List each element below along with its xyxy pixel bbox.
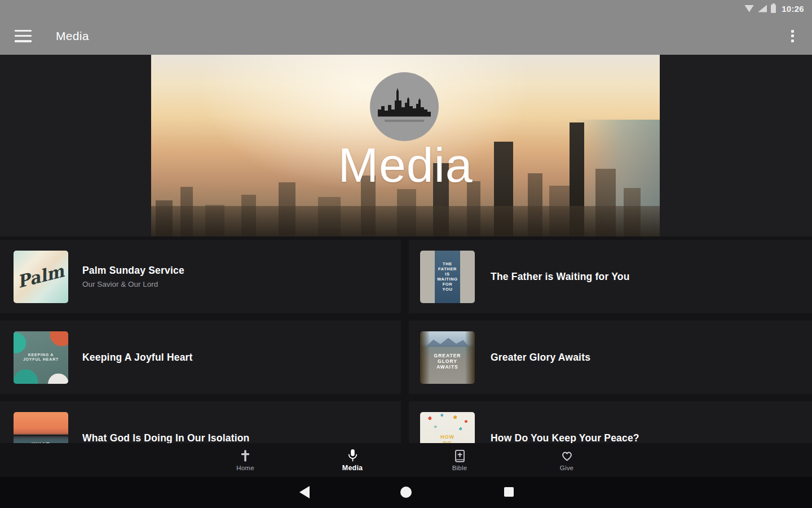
- nav-tab-bible[interactable]: Bible: [406, 443, 513, 477]
- heart-icon: [561, 449, 573, 463]
- wifi-icon: [744, 5, 754, 12]
- status-bar: 10:26: [0, 0, 812, 17]
- media-title: Palm Sunday Service: [82, 265, 184, 277]
- menu-icon[interactable]: [15, 30, 32, 42]
- overflow-menu-icon[interactable]: [786, 29, 798, 43]
- cross-icon: [240, 449, 251, 463]
- media-thumbnail: GREATER GLORY AWAITS: [420, 331, 475, 384]
- media-thumbnail: THE FATHER IS WAITING FOR YOU: [420, 251, 475, 303]
- media-title: The Father is Waiting for You: [491, 271, 630, 283]
- nav-tab-media[interactable]: Media: [299, 443, 406, 477]
- media-thumbnail: Palm: [14, 251, 68, 303]
- clock-time: 10:26: [782, 4, 804, 14]
- media-title: Keeping A Joyful Heart: [82, 352, 193, 364]
- church-logo: [370, 72, 439, 141]
- nav-tab-label: Media: [342, 464, 363, 472]
- battery-icon: [771, 5, 776, 13]
- nav-tab-label: Give: [560, 465, 573, 471]
- nav-tab-give[interactable]: Give: [513, 443, 620, 477]
- nav-tab-label: Bible: [452, 465, 467, 471]
- media-item[interactable]: GREATER GLORY AWAITS Greater Glory Await…: [409, 321, 812, 394]
- system-navigation-bar: [0, 477, 812, 508]
- thumbnail-text: KEEPING A JOYFUL HEART: [23, 353, 59, 362]
- page-title: Media: [56, 29, 89, 43]
- microphone-icon: [346, 449, 359, 462]
- media-item[interactable]: THE FATHER IS WAITING FOR YOU The Father…: [409, 240, 812, 313]
- hero-skyline-decoration: [151, 206, 660, 237]
- cellular-signal-icon: [758, 5, 767, 12]
- media-item[interactable]: KEEPING A JOYFUL HEART Keeping A Joyful …: [0, 321, 401, 394]
- media-title: Greater Glory Awaits: [491, 352, 590, 364]
- home-button[interactable]: [400, 487, 412, 498]
- media-item[interactable]: Palm Palm Sunday Service Our Savior & Ou…: [0, 240, 401, 313]
- nav-tab-label: Home: [236, 465, 254, 471]
- recents-button[interactable]: [504, 487, 514, 497]
- thumbnail-text: THE FATHER IS WAITING FOR YOU: [437, 261, 457, 292]
- media-subtitle: Our Savior & Our Lord: [82, 280, 184, 288]
- app-screen: 10:26 Media Media Palm Palm Su: [0, 0, 812, 508]
- bottom-navigation: Home Media Bible: [0, 443, 812, 477]
- back-button[interactable]: [299, 486, 310, 498]
- media-title: What God Is Doing In Our Isolation: [82, 432, 250, 444]
- bible-icon: [454, 449, 466, 463]
- hero-title: Media: [151, 141, 660, 189]
- media-title: How Do You Keep Your Peace?: [491, 432, 639, 444]
- hero-banner: Media: [151, 55, 660, 237]
- top-bar: 10:26 Media: [0, 0, 812, 55]
- thumbnail-text: Palm: [15, 261, 67, 292]
- media-thumbnail: KEEPING A JOYFUL HEART: [14, 331, 68, 384]
- thumbnail-text: GREATER GLORY AWAITS: [434, 353, 461, 370]
- app-bar: Media: [0, 17, 812, 55]
- nav-tab-home[interactable]: Home: [192, 443, 299, 477]
